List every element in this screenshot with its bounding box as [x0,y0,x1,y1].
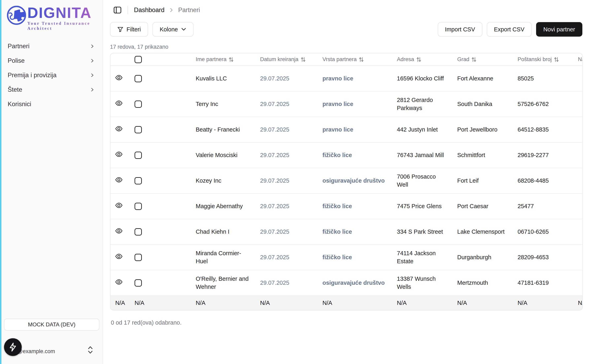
view-row-button[interactable] [115,228,123,234]
sidebar: DIGNITA Your Trusted Insurance Architect… [0,0,103,364]
cell-zip: 28209-4653 [513,245,573,270]
column-header: Datum kreiranja [255,53,318,66]
na-cell: N/A [255,296,318,310]
table-row: Terry Inc 29.07.2025 pravno lice 2812 Ge… [111,91,583,117]
sidebar-item-polise[interactable]: Polise [0,53,103,68]
na-cell: N/A [191,296,255,310]
cell-address: 13387 Wunsch Wells [392,270,452,296]
eye-icon [115,177,123,183]
view-row-button[interactable] [115,202,123,208]
cell-city: Fort Leif [452,168,513,194]
sidebar-item-premija-i-provizija[interactable]: Premija i provizija [0,68,103,82]
main-content: Dashboard Partneri Filteri Kolone Import… [103,0,589,364]
cell-created-date: 29.07.2025 [255,219,318,245]
cell-extra [573,245,583,270]
row-checkbox[interactable] [135,279,142,286]
view-row-button[interactable] [115,177,123,183]
cell-partner-name: Terry Inc [191,91,255,117]
cell-address: 2812 Gerardo Parkways [392,91,452,117]
columns-button[interactable]: Kolone [152,22,194,37]
cell-created-date: 29.07.2025 [255,91,318,117]
cell-created-date: 29.07.2025 [255,270,318,296]
cell-zip: 64512-8835 [513,117,573,142]
chevron-right-icon [90,58,95,63]
sort-icon [416,57,421,62]
cell-zip: 85025 [513,66,573,91]
row-checkbox[interactable] [135,101,142,108]
chevron-right-icon [169,7,173,13]
eye-icon [115,75,123,80]
breadcrumb-dashboard[interactable]: Dashboard [134,6,164,14]
cell-address: 16596 Klocko Cliff [392,66,452,91]
topbar: Dashboard Partneri [103,0,589,20]
cell-created-date: 29.07.2025 [255,142,318,168]
table-row: Kuvalis LLC 29.07.2025 pravno lice 16596… [111,66,583,91]
new-partner-button[interactable]: Novi partner [536,22,582,37]
chevron-right-icon [90,73,95,78]
eye-icon [115,151,123,157]
cell-city: Durganburgh [452,245,513,270]
mock-data-button[interactable]: MOCK DATA (DEV) [4,318,99,331]
toolbar: Filteri Kolone Import CSV Export CSV Nov… [103,20,589,37]
cell-address: 442 Justyn Inlet [392,117,452,142]
view-row-button[interactable] [115,100,123,106]
sidebar-item--tete[interactable]: Štete [0,82,103,97]
na-cell: N/A [111,296,126,310]
sidebar-item-partneri[interactable]: Partneri [0,39,103,53]
sidebar-toggle-icon[interactable] [113,6,122,14]
row-checkbox[interactable] [135,126,142,133]
cell-partner-type: pravno lice [318,66,392,91]
cell-partner-name: Kuvalis LLC [191,66,255,91]
cell-zip: 29619-2277 [513,142,573,168]
view-row-button[interactable] [115,279,123,285]
row-checkbox[interactable] [135,75,142,82]
cell-extra [573,168,583,194]
import-csv-button[interactable]: Import CSV [438,22,482,37]
column-header: Poštanski broj [513,53,573,66]
eye-icon [115,279,123,285]
export-csv-button[interactable]: Export CSV [487,22,532,37]
sidebar-item-korisnici[interactable]: Korisnici [0,97,103,111]
cell-partner-type: pravno lice [318,91,392,117]
cell-partner-name: Valerie Mosciski [191,142,255,168]
logo-tagline: Your Trusted Insurance Architect [27,21,103,31]
cell-extra [573,117,583,142]
funnel-icon [117,26,123,32]
table-row: Valerie Mosciski 29.07.2025 fižičko lice… [111,142,583,168]
row-checkbox[interactable] [135,254,142,261]
cell-address: 334 S Park Street [392,219,452,245]
logo-title: DIGNITA [27,5,103,20]
view-row-button[interactable] [115,126,123,131]
na-cell: N/A [318,296,392,310]
cell-created-date: 29.07.2025 [255,66,318,91]
user-menu[interactable]: test test@example.com [3,338,100,362]
chevron-right-icon [90,44,95,48]
select-all-checkbox[interactable] [135,56,142,63]
sort-icon [471,57,477,62]
column-header: Adresa [392,53,452,66]
cell-partner-type: fižičko lice [318,245,392,270]
eye-icon [115,100,123,106]
header-eye-column [111,53,126,66]
cell-city: Mertzmouth [452,270,513,296]
view-row-button[interactable] [115,151,123,157]
na-cell: N/A [392,296,452,310]
cell-zip: 06710-6265 [513,219,573,245]
logo: DIGNITA Your Trusted Insurance Architect [0,0,103,31]
accent-strip [0,0,1,364]
row-checkbox[interactable] [135,152,142,159]
row-checkbox[interactable] [135,177,142,184]
sort-icon [229,57,234,62]
cell-zip: 68208-4485 [513,168,573,194]
dev-bolt-button[interactable] [4,338,22,356]
lightning-icon [9,342,17,352]
cell-zip: 25477 [513,194,573,219]
na-cell: N/A [452,296,513,310]
row-checkbox[interactable] [135,203,142,210]
cell-partner-name: Miranda Cormier-Huel [191,245,255,270]
view-row-button[interactable] [115,75,123,80]
row-checkbox[interactable] [135,228,142,235]
cell-partner-type: pravno lice [318,117,392,142]
filter-button[interactable]: Filteri [110,22,148,37]
view-row-button[interactable] [115,254,123,259]
